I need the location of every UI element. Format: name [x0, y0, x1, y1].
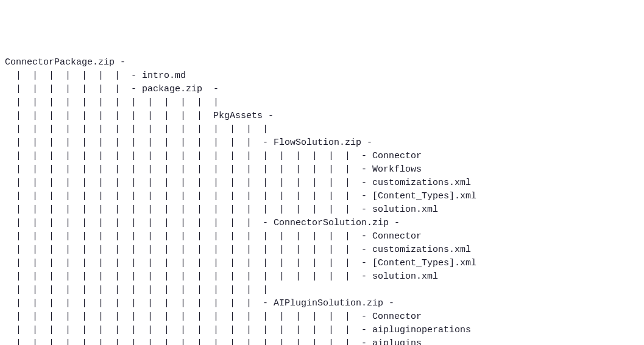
tree-row: | | | | | | | | | | | | PkgAssets -	[5, 110, 639, 123]
tree-row: | | | | | | | - intro.md	[5, 69, 639, 83]
tree-row: | | | | | | | | | | | | | | | | | | | | …	[5, 257, 639, 270]
tree-row: | | | | | | | | | | | | | | | | | | | | …	[5, 337, 639, 345]
tree-row: | | | | | | | - package.zip -	[5, 83, 639, 96]
tree-row: | | | | | | | | | | | | | | | |	[5, 123, 639, 136]
tree-row: | | | | | | | | | | | | |	[5, 96, 639, 110]
tree-row: | | | | | | | | | | | | | | | | | | | | …	[5, 243, 639, 257]
tree-view: ConnectorPackage.zip - | | | | | | | - i…	[5, 56, 639, 345]
tree-row: | | | | | | | | | | | | | | | | | | | | …	[5, 190, 639, 203]
tree-row: | | | | | | | | | | | | | | | - FlowSolu…	[5, 136, 639, 150]
tree-row: | | | | | | | | | | | | | | | | | | | | …	[5, 324, 639, 337]
tree-row: | | | | | | | | | | | | | | | |	[5, 284, 639, 297]
tree-row: | | | | | | | | | | | | | | | | | | | | …	[5, 270, 639, 284]
tree-row: | | | | | | | | | | | | | | | | | | | | …	[5, 310, 639, 324]
tree-row: | | | | | | | | | | | | | | | - AIPlugin…	[5, 297, 639, 310]
tree-row: | | | | | | | | | | | | | | | | | | | | …	[5, 150, 639, 163]
tree-row: | | | | | | | | | | | | | | | - Connecto…	[5, 217, 639, 230]
tree-row: | | | | | | | | | | | | | | | | | | | | …	[5, 176, 639, 190]
tree-row: | | | | | | | | | | | | | | | | | | | | …	[5, 163, 639, 176]
tree-row: | | | | | | | | | | | | | | | | | | | | …	[5, 230, 639, 243]
tree-row: | | | | | | | | | | | | | | | | | | | | …	[5, 203, 639, 217]
tree-row: ConnectorPackage.zip -	[5, 56, 639, 69]
